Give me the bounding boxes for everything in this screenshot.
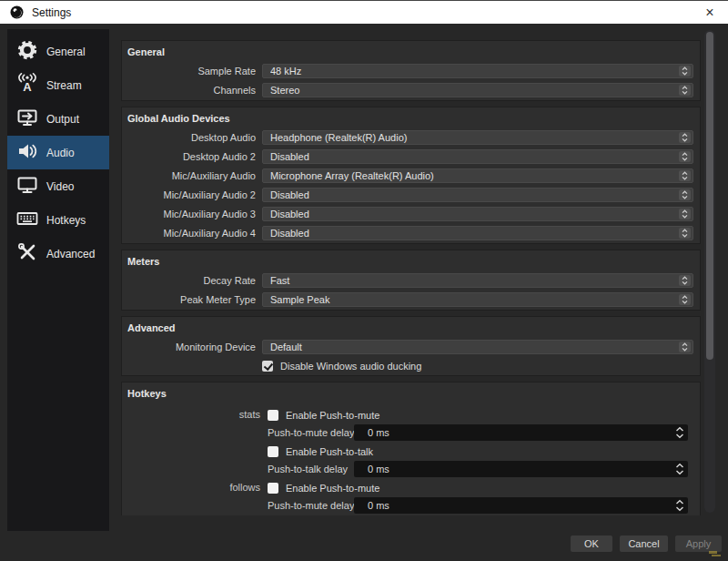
mic-auxiliary-audio-select[interactable]: Microphone Array (Realtek(R) Audio) xyxy=(262,168,693,183)
titlebar: Settings × xyxy=(0,0,728,24)
speaker-icon xyxy=(16,140,38,165)
combo-spinner-icon[interactable] xyxy=(682,190,688,199)
sidebar-item-hotkeys[interactable]: Hotkeys xyxy=(7,203,109,237)
field-label: Peak Meter Type xyxy=(127,294,256,305)
combo-spinner-icon[interactable] xyxy=(682,209,688,219)
cancel-button[interactable]: Cancel xyxy=(620,536,668,552)
close-icon[interactable]: × xyxy=(697,1,723,25)
hotkey-spin-row: Push-to-talk delay 0 ms xyxy=(268,461,688,477)
field-label: Decay Rate xyxy=(127,275,256,286)
channels-select[interactable]: Stereo xyxy=(262,83,693,97)
selected-value: Disabled xyxy=(270,228,679,239)
sidebar-item-label: Stream xyxy=(46,79,82,92)
sidebar-item-label: Advanced xyxy=(46,248,95,260)
hotkey-spin-row: Push-to-mute delay 0 ms xyxy=(268,497,688,514)
spin-value: 0 ms xyxy=(368,464,389,474)
sidebar-item-label: General xyxy=(46,46,86,58)
combo-spinner-icon[interactable] xyxy=(682,229,688,238)
sidebar-item-label: Hotkeys xyxy=(46,214,86,227)
mic-auxiliary-audio-4-select[interactable]: Disabled xyxy=(262,226,693,240)
combo-spinner-icon[interactable] xyxy=(682,171,688,180)
form-row: Monitoring Device Default xyxy=(127,340,693,354)
keyboard-icon xyxy=(16,208,38,232)
form-row: Mic/Auxiliary Audio Microphone Array (Re… xyxy=(127,168,693,183)
field-label: Mic/Auxiliary Audio 3 xyxy=(127,209,256,219)
combo-spinner-icon[interactable] xyxy=(682,133,688,142)
selected-value: Disabled xyxy=(270,209,679,219)
section-title: Advanced xyxy=(127,321,693,335)
apply-button[interactable]: Apply xyxy=(675,536,722,552)
watermark xyxy=(709,551,723,558)
field-label: Channels xyxy=(127,85,256,96)
groupbox-general: General Sample Rate 48 kHz Channels Ster… xyxy=(121,40,701,101)
mic-auxiliary-audio-2-select[interactable]: Disabled xyxy=(262,188,693,202)
mic-auxiliary-audio-3-select[interactable]: Disabled xyxy=(262,207,693,221)
combo-spinner-icon[interactable] xyxy=(682,276,688,285)
vertical-scrollbar[interactable] xyxy=(704,30,715,513)
groupbox-hotkeys: Hotkeys statsEnable Push-to-mute Push-to… xyxy=(121,382,701,515)
hotkey-group-follows: followsEnable Push-to-mute Push-to-mute … xyxy=(127,481,693,515)
decay-rate-select[interactable]: Fast xyxy=(262,273,693,288)
section-title: Hotkeys xyxy=(127,386,693,401)
combo-spinner-icon[interactable] xyxy=(682,295,688,304)
spin-value: 0 ms xyxy=(368,500,389,511)
selected-value: Microphone Array (Realtek(R) Audio) xyxy=(270,170,679,181)
form-row: Channels Stereo xyxy=(127,83,693,97)
disable-windows-audio-ducking-checkbox[interactable] xyxy=(262,361,273,372)
form-row: Decay Rate Fast xyxy=(127,273,693,288)
section-title: Meters xyxy=(127,254,693,269)
selected-value: Sample Peak xyxy=(270,294,679,305)
enable-push-to-talk-checkbox[interactable] xyxy=(268,446,278,457)
form-row: Mic/Auxiliary Audio 4 Disabled xyxy=(127,226,693,240)
monitor-arrow-icon xyxy=(16,107,38,131)
selected-value: 48 kHz xyxy=(270,66,679,76)
sidebar-item-stream[interactable]: AStream xyxy=(7,68,109,102)
hotkey-source-label: follows xyxy=(127,482,260,493)
settings-window: Settings × GeneralAStreamOutputAudioVide… xyxy=(0,0,728,561)
svg-text:A: A xyxy=(23,80,32,94)
push-to-talk-delay-input[interactable]: 0 ms xyxy=(354,461,688,477)
field-label: Desktop Audio xyxy=(127,132,256,143)
spin-arrows-icon[interactable] xyxy=(675,499,684,512)
selected-value: Disabled xyxy=(270,151,679,162)
groupbox-global-audio-devices: Global Audio Devices Desktop Audio Headp… xyxy=(121,107,701,244)
combo-spinner-icon[interactable] xyxy=(682,342,688,352)
combo-spinner-icon[interactable] xyxy=(682,152,688,161)
enable-push-to-mute-checkbox[interactable] xyxy=(268,410,278,421)
sidebar-item-output[interactable]: Output xyxy=(7,102,109,136)
desktop-audio-2-select[interactable]: Disabled xyxy=(262,149,693,164)
field-label: Mic/Auxiliary Audio 4 xyxy=(127,228,256,239)
enable-push-to-mute-checkbox[interactable] xyxy=(268,483,278,494)
sample-rate-select[interactable]: 48 kHz xyxy=(262,64,693,78)
checkbox-label: Disable Windows audio ducking xyxy=(280,361,421,372)
ok-button[interactable]: OK xyxy=(571,536,612,552)
combo-spinner-icon[interactable] xyxy=(682,66,688,76)
selected-value: Disabled xyxy=(270,189,679,200)
spin-arrows-icon[interactable] xyxy=(675,463,684,475)
sidebar-item-label: Video xyxy=(46,180,74,193)
monitoring-device-select[interactable]: Default xyxy=(262,340,693,354)
hotkey-group-stats: statsEnable Push-to-mute Push-to-mute de… xyxy=(127,408,693,477)
hotkey-source-label: stats xyxy=(127,409,260,420)
spin-value: 0 ms xyxy=(368,427,389,438)
obs-logo-icon xyxy=(10,5,24,19)
scrollbar-thumb[interactable] xyxy=(706,32,713,360)
push-to-mute-delay-input[interactable]: 0 ms xyxy=(354,497,688,514)
sidebar-item-general[interactable]: General xyxy=(7,35,109,68)
form-row: Peak Meter Type Sample Peak xyxy=(127,292,693,307)
field-label: Desktop Audio 2 xyxy=(127,151,256,162)
sidebar-item-advanced[interactable]: Advanced xyxy=(7,237,109,270)
combo-spinner-icon[interactable] xyxy=(682,86,688,95)
peak-meter-type-select[interactable]: Sample Peak xyxy=(262,292,693,307)
tools-icon xyxy=(16,241,38,266)
sidebar-item-audio[interactable]: Audio xyxy=(7,136,109,169)
push-to-mute-delay-input[interactable]: 0 ms xyxy=(354,424,688,441)
hotkey-checkbox-row: Enable Push-to-mute xyxy=(268,481,688,495)
selected-value: Stereo xyxy=(270,85,679,96)
field-label: Push-to-mute delay xyxy=(268,500,354,511)
hotkey-checkbox-row: Enable Push-to-talk xyxy=(268,444,688,459)
sidebar-item-video[interactable]: Video xyxy=(7,169,109,203)
form-row: Desktop Audio Headphone (Realtek(R) Audi… xyxy=(127,130,693,145)
spin-arrows-icon[interactable] xyxy=(675,426,684,439)
desktop-audio-select[interactable]: Headphone (Realtek(R) Audio) xyxy=(262,130,693,145)
